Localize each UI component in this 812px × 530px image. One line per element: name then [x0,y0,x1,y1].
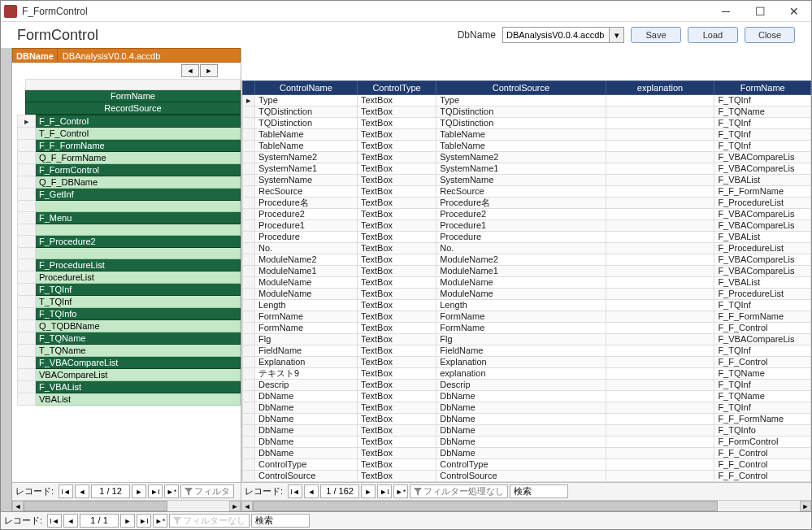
scroll-left-button[interactable]: ◄ [12,501,24,511]
column-header[interactable]: ControlSource [436,81,606,95]
list-item[interactable] [18,201,241,212]
grid-prev-button[interactable]: ◄ [304,484,319,498]
prev-record-button[interactable]: ◄ [181,64,199,77]
list-item[interactable] [18,248,241,259]
first-record-button[interactable]: I◄ [59,484,73,498]
table-row[interactable]: DbNameTextBoxDbNameF_F_FormName [243,414,811,425]
outer-first-button[interactable]: I◄ [47,514,62,528]
table-row[interactable]: ModuleName2TextBoxModuleName2F_VBACompar… [243,254,811,266]
grid-search-box[interactable]: 検索 [510,484,568,498]
list-item[interactable]: VBAList [18,393,241,406]
list-item[interactable]: F_FormControl [18,164,241,176]
list-item[interactable]: F_GetInf [18,189,241,201]
grid-first-button[interactable]: I◄ [288,484,302,498]
table-row[interactable]: ModuleNameTextBoxModuleNameF_VBAList [243,277,811,289]
list-item[interactable]: T_TQName [18,345,241,357]
table-row[interactable]: Procedure2TextBoxProcedure2F_VBACompareL… [243,209,811,220]
table-row[interactable]: RecSourceTextBoxRecSourceF_F_FormName [243,186,811,198]
list-item[interactable]: F_VBACompareList [18,357,241,369]
table-row[interactable]: ExplanationTextBoxExplanationF_F_Control [243,357,811,368]
outer-record-position[interactable]: 1 / 1 [80,514,119,528]
list-item[interactable]: Q_F_DBName [18,176,241,189]
grid-record-position[interactable]: 1 / 162 [320,484,359,498]
close-form-button[interactable]: Close [745,27,795,43]
column-header[interactable]: explanation [606,81,714,95]
outer-search-box[interactable]: 検索 [251,514,310,528]
list-item[interactable]: F_VBAList [18,381,241,393]
grid-filter-indicator[interactable]: フィルター処理なし [410,484,508,498]
list-item[interactable]: T_F_Control [18,128,241,140]
save-button[interactable]: Save [631,27,681,43]
table-row[interactable]: TQDistinctionTextBoxTQDistinctionF_TQInf [243,118,811,129]
scroll-left-button2[interactable]: ◄ [241,501,253,511]
table-row[interactable]: テキスト9TextBoxexplanationF_TQName [243,368,811,380]
right-hscrollbar[interactable]: ◄ ► [241,500,811,511]
list-item[interactable]: F_Menu [18,212,241,224]
table-row[interactable]: DescripTextBoxDescripF_TQInf [243,380,811,391]
grid-next-button[interactable]: ► [361,484,376,498]
load-button[interactable]: Load [688,27,738,43]
table-row[interactable]: Procedure名TextBoxProcedure名F_ProcedureLi… [243,198,811,209]
table-row[interactable]: No.TextBoxNo.F_ProcedureList [243,243,811,254]
table-row[interactable]: DbNameTextBoxDbNameF_TQInfo [243,425,811,437]
close-button[interactable]: ✕ [777,1,811,22]
new-record-button[interactable]: ►* [164,484,179,498]
column-header[interactable]: ControlType [357,81,436,95]
list-item[interactable]: F_Procedure2 [18,236,241,248]
column-header[interactable]: ControlName [255,81,358,95]
outer-last-button[interactable]: ►I [137,514,151,528]
prev-record-button2[interactable]: ◄ [75,484,89,498]
table-row[interactable]: DbNameTextBoxDbNameF_TQInf [243,402,811,414]
list-item[interactable]: VBACompareList [18,369,241,381]
chevron-down-icon[interactable]: ▾ [609,28,623,42]
table-row[interactable]: FormNameTextBoxFormNameF_F_FormName [243,311,811,323]
table-row[interactable]: ProcedureTextBoxProcedureF_VBAList [243,232,811,243]
table-row[interactable]: SystemName1TextBoxSystemName1F_VBACompar… [243,163,811,175]
grid-new-button[interactable]: ►* [393,484,408,498]
maximize-button[interactable]: ☐ [743,1,777,22]
left-hscrollbar[interactable]: ◄ ► [12,500,241,511]
list-item[interactable]: F_F_FormName [18,140,241,152]
list-item[interactable]: F_TQName [18,332,241,345]
list-item[interactable]: T_TQInf [18,296,241,308]
table-row[interactable]: ControlSourceTextBoxControlSourceF_F_Con… [243,471,811,482]
table-row[interactable]: ▸TypeTextBoxTypeF_TQInf [243,95,811,106]
outer-new-button[interactable]: ►* [153,514,167,528]
table-row[interactable]: DbNameTextBoxDbNameF_TQName [243,391,811,402]
table-row[interactable]: ModuleNameTextBoxModuleNameF_ProcedureLi… [243,289,811,300]
scroll-right-button[interactable]: ► [229,501,241,511]
list-item[interactable]: ▸F_F_Control [18,115,241,128]
list-item[interactable]: F_TQInfo [18,308,241,320]
list-item[interactable] [18,224,241,236]
outer-filter-indicator[interactable]: フィルターなし [169,514,250,528]
table-row[interactable]: FlgTextBoxFlgF_VBACompareLis [243,334,811,345]
table-row[interactable]: ControlTypeTextBoxControlTypeF_F_Control [243,459,811,471]
table-row[interactable]: SystemName2TextBoxSystemName2F_VBACompar… [243,152,811,163]
scroll-right-button2[interactable]: ► [800,501,811,511]
last-record-button[interactable]: ►I [148,484,163,498]
control-grid[interactable]: ControlNameControlTypeControlSourceexpla… [241,80,811,482]
next-record-button2[interactable]: ► [132,484,146,498]
table-row[interactable]: FieldNameTextBoxFieldNameF_TQInf [243,345,811,357]
filter-indicator[interactable]: フィルタ [180,484,234,498]
grid-last-button[interactable]: ►I [377,484,392,498]
table-row[interactable]: SystemNameTextBoxSystemNameF_VBAList [243,175,811,186]
table-row[interactable]: TableNameTextBoxTableNameF_TQInf [243,141,811,152]
list-item[interactable]: F_TQInf [18,284,241,296]
table-row[interactable]: DbNameTextBoxDbNameF_FormControl [243,437,811,448]
table-row[interactable]: DbNameTextBoxDbNameF_F_Control [243,448,811,459]
record-position[interactable]: 1 / 12 [91,484,130,498]
table-row[interactable]: TQDistinctionTextBoxTQDistinctionF_TQNam… [243,106,811,118]
list-item[interactable]: F_ProcedureList [18,259,241,272]
next-record-button[interactable]: ► [200,64,218,77]
form-list[interactable]: ▸F_F_ControlT_F_ControlF_F_FormNameQ_F_F… [17,115,241,482]
table-row[interactable]: ModuleName1TextBoxModuleName1F_VBACompar… [243,266,811,277]
column-header[interactable]: FormName [714,81,811,95]
record-selector-outer[interactable] [1,48,12,511]
list-item[interactable]: Q_TQDBName [18,320,241,332]
minimize-button[interactable]: ─ [709,1,743,22]
dbname-combo[interactable]: DBAnalysisV0.0.4.accdb ▾ [502,27,624,43]
table-row[interactable]: FormNameTextBoxFormNameF_F_Control [243,323,811,334]
outer-next-button[interactable]: ► [120,514,135,528]
table-row[interactable]: TableNameTextBoxTableNameF_TQInf [243,129,811,141]
